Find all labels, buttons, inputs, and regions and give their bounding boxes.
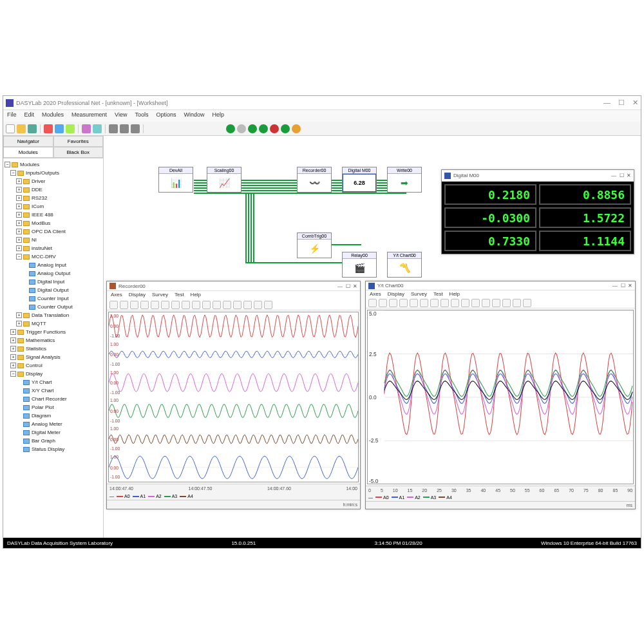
chart-tool[interactable] [389, 299, 397, 307]
tree-item[interactable]: Inputs/Outputs [26, 169, 59, 177]
tree-item[interactable]: MQTT [32, 319, 46, 328]
tree-item[interactable]: Y/t Chart [32, 378, 52, 386]
tree-item[interactable]: Digital Output [37, 286, 68, 294]
chart-tool[interactable] [254, 301, 262, 309]
menu-tools[interactable]: Tools [135, 111, 148, 120]
tree-item[interactable]: Digital Input [37, 278, 64, 286]
chart-tool[interactable] [151, 301, 159, 309]
recorder-plot[interactable]: 1.000.00-1.001.000.00-1.001.000.00-1.001… [108, 312, 359, 482]
tree-item[interactable]: NI [32, 236, 37, 244]
tree-item[interactable]: Chart Recorder [32, 395, 67, 403]
meter-min-button[interactable]: — [611, 173, 616, 178]
tree-item[interactable]: Analog Meter [32, 420, 62, 428]
run-button[interactable] [226, 124, 235, 133]
chart-tool[interactable] [379, 299, 387, 307]
save-button[interactable] [28, 124, 37, 133]
menu-help[interactable]: Help [213, 111, 225, 120]
chart-tool[interactable] [451, 299, 459, 307]
tool-c[interactable] [131, 124, 140, 133]
tree-item[interactable]: Digital Meter [32, 428, 61, 437]
tab-navigator[interactable]: Navigator [3, 136, 53, 147]
tree-item[interactable]: Diagram [32, 412, 51, 420]
recorder-window[interactable]: Recorder00— ☐ ✕ AxesDisplaySurveyTestHel… [106, 281, 361, 509]
rec-menu-survey[interactable]: Survey [152, 292, 168, 299]
chart-tool[interactable] [420, 299, 428, 307]
pause-button[interactable] [237, 124, 246, 133]
meter-max-button[interactable]: ☐ [620, 173, 624, 178]
tree-item[interactable]: Trigger Functions [26, 328, 66, 336]
menu-view[interactable]: View [115, 111, 127, 120]
block-combtrig[interactable]: CombTrig00⚡ [297, 232, 332, 258]
tree-item[interactable]: Status Display [32, 445, 64, 453]
chart-tool[interactable] [430, 299, 439, 307]
tree-item[interactable]: RS232 [32, 194, 47, 202]
tree-item[interactable]: ICom [32, 202, 44, 211]
chart-tool[interactable] [213, 301, 221, 309]
chart-tool[interactable] [243, 301, 252, 309]
tree-item[interactable]: X/Y Chart [32, 386, 54, 395]
tree-item[interactable]: Mathematics [26, 336, 55, 345]
cut-button[interactable] [44, 124, 53, 133]
meter-close-button[interactable]: ✕ [627, 173, 631, 178]
yt-menu-axes[interactable]: Axes [370, 291, 381, 298]
block-recorder[interactable]: Recorder00〰️ [297, 167, 332, 193]
redo-button[interactable] [93, 124, 102, 133]
menu-options[interactable]: Options [156, 111, 176, 120]
chart-tool[interactable] [492, 299, 500, 307]
chart-tool[interactable] [120, 301, 128, 309]
menu-edit[interactable]: Edit [24, 111, 35, 120]
chart-tool[interactable] [182, 301, 190, 309]
tree-item[interactable]: Counter Input [37, 294, 68, 303]
tree-item[interactable]: Bar Graph [32, 437, 55, 445]
tree-item[interactable]: Display [26, 370, 43, 378]
yt-close[interactable]: ✕ [628, 283, 632, 289]
tree-item[interactable]: IEEE 488 [32, 211, 53, 219]
chart-tool[interactable] [233, 301, 242, 309]
close-button[interactable]: ✕ [632, 99, 638, 107]
chart-tool[interactable] [161, 301, 169, 309]
minimize-button[interactable]: — [603, 99, 611, 107]
copy-button[interactable] [55, 124, 64, 133]
chart-tool[interactable] [502, 299, 511, 307]
menu-window[interactable]: Window [184, 111, 205, 120]
yt-menu-help[interactable]: Help [450, 291, 460, 298]
chart-tool[interactable] [482, 299, 490, 307]
tree-item[interactable]: ModBus [32, 219, 50, 227]
chart-tool[interactable] [471, 299, 480, 307]
menu-file[interactable]: File [7, 111, 17, 120]
menu-measurement[interactable]: Measurement [71, 111, 107, 120]
chart-tool[interactable] [192, 301, 200, 309]
undo-button[interactable] [82, 124, 91, 133]
loop-button[interactable] [292, 124, 301, 133]
tree-item[interactable]: Analog Input [37, 261, 66, 269]
play-button[interactable] [248, 124, 257, 133]
tree-item[interactable]: Control [26, 361, 43, 370]
menu-modules[interactable]: Modules [42, 111, 64, 120]
tree-item[interactable]: OPC DA Client [32, 227, 66, 236]
chart-tool[interactable] [461, 299, 469, 307]
digital-meter-window[interactable]: Digital M00 — ☐ ✕ 0.2180 0.8856 -0.0300 … [441, 169, 634, 254]
tab-modules[interactable]: Modules [3, 147, 53, 158]
tree-item[interactable]: Polar Plot [32, 403, 54, 412]
tree-item[interactable]: MCC-DRV [32, 252, 56, 261]
rec-close[interactable]: ✕ [353, 283, 357, 289]
paste-button[interactable] [66, 124, 75, 133]
module-tree[interactable]: −Modules−Inputs/Outputs+Driver+DDE+RS232… [3, 158, 103, 538]
record-button[interactable] [281, 124, 290, 133]
tree-item[interactable]: Statistics [26, 345, 46, 353]
chart-tool[interactable] [140, 301, 149, 309]
ytchart-window[interactable]: Y/t Chart00— ☐ ✕ AxesDisplaySurveyTestHe… [365, 281, 636, 509]
rec-menu-test[interactable]: Test [175, 292, 184, 299]
block-relay[interactable]: Relay00🎬 [342, 252, 377, 278]
yt-menu-test[interactable]: Test [433, 291, 443, 298]
tree-item[interactable]: Signal Analysis [26, 353, 61, 361]
chart-tool[interactable] [171, 301, 180, 309]
tree-item[interactable]: Driver [32, 177, 45, 185]
step-button[interactable] [259, 124, 268, 133]
chart-tool[interactable] [410, 299, 418, 307]
yt-plot[interactable]: 5.02.50.0-2.5-5.0 [367, 310, 634, 485]
yt-min[interactable]: — [612, 283, 618, 289]
maximize-button[interactable]: ☐ [618, 99, 625, 107]
block-devall[interactable]: DevAll📊 [158, 167, 193, 193]
block-ytchart[interactable]: Y/t Chart00〽️ [387, 252, 422, 278]
